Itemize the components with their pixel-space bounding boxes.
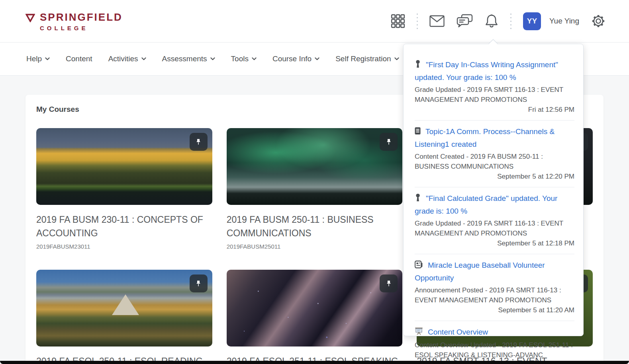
notification-subtitle: Grade Updated - 2019 FA SMRT 116-13 : EV… [415,85,574,105]
course-image-autumn-forest-lake[interactable] [36,128,212,205]
chat-icon[interactable] [456,14,473,28]
pin-button[interactable] [380,274,398,292]
email-icon[interactable] [429,15,445,27]
course-code: 2019FABUSM25011 [227,243,403,250]
notification-item: "First Day In-Class Writing Assignment" … [415,54,574,121]
window-bottom-edge [0,361,629,364]
pushpin-icon [385,138,393,146]
grade-icon [415,193,421,205]
notification-subtitle: Grade Updated - 2019 FA SMRT 116-13 : EV… [415,218,574,238]
presentation-screen-icon [415,327,423,339]
grade-icon [415,60,421,72]
header-actions: YY Yue Ying [391,12,606,30]
notification-item: "Final Calculated Grade" updated. Your g… [415,187,574,254]
logo-line2: COLLEGE [40,25,123,31]
nav-item-assessments[interactable]: Assessments [162,55,215,63]
course-image-mountain-lake-chalet[interactable] [36,270,212,346]
nabla-logo-icon [25,14,35,24]
pin-button[interactable] [380,133,398,151]
nav-item-content[interactable]: Content [66,55,92,63]
user-name[interactable]: Yue Ying [549,17,579,25]
notification-link[interactable]: "Final Calculated Grade" updated. Your g… [415,194,557,215]
notifications-flyout: "First Day In-Class Writing Assignment" … [403,44,584,336]
notification-link[interactable]: Miracle League Baseball Volunteer Opport… [415,261,545,282]
notification-link[interactable]: Content Overview [428,328,488,336]
notification-timestamp: September 5 at 12:20 PM [415,173,574,181]
avatar[interactable]: YY [523,12,541,30]
flyout-caret [488,39,498,44]
notification-subtitle: Content Overview Updated - 2019 FA ESOL … [415,340,574,360]
document-icon [415,127,421,138]
divider [510,12,511,30]
chevron-down-icon [45,57,50,60]
springfield-college-logo[interactable]: SPRINGFIELD COLLEGE [25,11,123,31]
course-card: 2019 FA BUSM 250-11 : BUSINESS COMMUNICA… [227,128,403,250]
notification-item: Topic-1A Comm. Process--Channels & Liste… [415,121,574,187]
course-title[interactable]: 2019 FA BUSM 230-11 : CONCEPTS OF ACCOUN… [36,213,212,240]
notification-item: Content Overview Content Overview Update… [415,321,574,364]
course-card: 2019 FA BUSM 230-11 : CONCEPTS OF ACCOUN… [36,128,212,250]
notification-link[interactable]: "First Day In-Class Writing Assignment" … [415,60,558,82]
chevron-down-icon [252,57,257,60]
divider [417,12,418,30]
course-code: 2019FABUSM23011 [36,243,212,250]
nav-item-self-registration[interactable]: Self Registration [335,55,399,63]
notification-link[interactable]: Topic-1A Comm. Process--Channels & Liste… [415,127,555,148]
nav-item-course-info[interactable]: Course Info [272,55,319,63]
course-title[interactable]: 2019 FA BUSM 250-11 : BUSINESS COMMUNICA… [227,213,403,240]
settings-gear-icon[interactable] [591,14,606,29]
course-image-aurora-mountains[interactable] [227,128,403,205]
chevron-down-icon [210,57,215,60]
bell-icon[interactable] [484,14,499,29]
nav-item-tools[interactable]: Tools [231,55,257,63]
course-card: 2019 FA ESOL 250-11 : ESOL READING [36,270,212,364]
pushpin-icon [194,138,202,146]
notification-subtitle: Content Created - 2019 FA BUSM 250-11 : … [415,152,574,171]
notification-timestamp: September 5 at 11:20 AM [415,306,574,315]
course-image-night-nebula[interactable] [227,270,403,346]
course-card: 2019 FA ESOL 251-11 : ESOL SPEAKING [227,270,403,364]
top-header: SPRINGFIELD COLLEGE [0,0,629,43]
notification-timestamp: September 5 at 12:18 PM [415,239,574,248]
pushpin-icon [385,280,393,288]
nav-item-activities[interactable]: Activities [108,55,146,63]
notification-subtitle: Announcement Posted - 2019 FA SMRT 116-1… [415,285,574,305]
chevron-down-icon [394,57,399,60]
app-launcher-icon[interactable] [391,14,405,28]
nav-item-help[interactable]: Help [26,55,50,63]
notification-timestamp: Fri at 12:56 PM [415,106,574,114]
pushpin-icon [194,280,202,288]
chevron-down-icon [315,57,319,60]
chevron-down-icon [141,57,146,60]
pin-button[interactable] [190,133,208,151]
logo-line1: SPRINGFIELD [40,11,123,23]
notification-item: Miracle League Baseball Volunteer Opport… [415,254,574,321]
pin-button[interactable] [190,274,208,292]
announcement-icon [415,260,423,272]
